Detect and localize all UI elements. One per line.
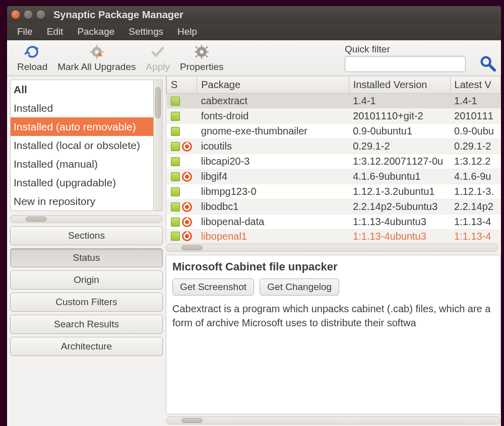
filter-row[interactable]: New in repository: [11, 192, 153, 210]
cell-installed: 1.4-1: [349, 94, 450, 109]
table-row[interactable]: icoutils0.29.1-20.29.1-2: [167, 139, 501, 154]
cell-installed: 2.2.14p2-5ubuntu3: [349, 199, 450, 215]
minimize-icon[interactable]: [24, 10, 33, 19]
filter-row[interactable]: Installed: [11, 99, 153, 117]
installed-checkbox[interactable]: [171, 187, 180, 196]
mark-all-upgrades-button[interactable]: Mark All Upgrades: [57, 43, 136, 73]
table-row[interactable]: libodbc12.2.14p2-5ubuntu32.2.14p2: [167, 199, 501, 215]
titlebar[interactable]: Synaptic Package Manager: [7, 6, 501, 23]
gear-upgrade-icon: [89, 43, 104, 60]
filter-row[interactable]: Installed (manual): [11, 155, 153, 173]
installed-checkbox[interactable]: [171, 112, 180, 121]
filter-row[interactable]: Installed (local or obsolete): [11, 136, 153, 155]
installed-checkbox[interactable]: [171, 127, 180, 136]
filter-row[interactable]: All: [11, 80, 153, 99]
cell-latest: 0.29.1-2: [450, 139, 500, 154]
maximize-icon[interactable]: [36, 10, 45, 19]
apply-label: Apply: [146, 61, 170, 73]
filter-row[interactable]: Installed (auto removable): [11, 117, 153, 136]
cell-package: gnome-exe-thumbnailer: [197, 124, 349, 139]
search-icon: [479, 54, 496, 72]
reload-button[interactable]: Reload: [17, 43, 47, 73]
cell-latest: 0.9-0ubu: [450, 124, 500, 139]
table-row[interactable]: libmpg123-01.12.1-3.2ubuntu11.12.1-3.: [167, 184, 501, 199]
quick-filter-label: Quick filter: [345, 44, 466, 55]
installed-checkbox[interactable]: [171, 202, 180, 211]
table-row[interactable]: gnome-exe-thumbnailer0.9-0ubuntu10.9-0ub…: [167, 124, 501, 139]
ubuntu-icon: [182, 217, 192, 227]
installed-checkbox[interactable]: [171, 142, 180, 151]
col-header-package[interactable]: Package: [197, 77, 349, 94]
col-header-s[interactable]: S: [167, 77, 197, 94]
cell-package: libopenal1: [197, 230, 349, 242]
col-header-installed[interactable]: Installed Version: [349, 77, 450, 94]
table-row[interactable]: libgif44.1.6-9ubuntu14.1.6-9u: [167, 169, 501, 184]
get-screenshot-button[interactable]: Get Screenshot: [172, 278, 254, 296]
search-results-button[interactable]: Search Results: [10, 315, 163, 334]
cell-package: libmpg123-0: [197, 184, 349, 199]
installed-checkbox[interactable]: [171, 218, 180, 227]
svg-rect-13: [206, 55, 208, 57]
svg-rect-2: [96, 45, 98, 47]
installed-checkbox[interactable]: [171, 97, 180, 106]
menu-file[interactable]: File: [10, 24, 40, 40]
close-icon[interactable]: [11, 10, 20, 19]
ubuntu-icon: [182, 202, 192, 212]
menu-help[interactable]: Help: [170, 24, 204, 40]
quick-filter-input[interactable]: [345, 56, 466, 72]
svg-rect-15: [206, 46, 208, 49]
installed-checkbox[interactable]: [171, 232, 180, 241]
custom-filters-button[interactable]: Custom Filters: [10, 293, 163, 312]
sidebar: AllInstalledInstalled (auto removable)In…: [7, 77, 166, 424]
sections-button[interactable]: Sections: [10, 226, 163, 245]
installed-checkbox[interactable]: [171, 172, 180, 181]
filter-list-scrollbar[interactable]: [154, 80, 163, 211]
reload-icon: [25, 43, 40, 60]
status-button[interactable]: Status: [10, 248, 163, 267]
architecture-button[interactable]: Architecture: [10, 337, 163, 356]
origin-button[interactable]: Origin: [10, 270, 163, 290]
col-header-latest[interactable]: Latest V: [450, 77, 500, 94]
cell-package: libopenal-data: [197, 215, 349, 230]
ubuntu-icon: [182, 141, 192, 152]
svg-rect-10: [195, 51, 198, 53]
table-row[interactable]: cabextract1.4-11.4-1: [167, 94, 501, 109]
filter-list-hscrollbar[interactable]: [10, 215, 163, 223]
package-table-hscrollbar[interactable]: [166, 244, 498, 252]
svg-rect-14: [196, 55, 198, 57]
menu-edit[interactable]: Edit: [40, 24, 71, 40]
cell-latest: 2010111: [450, 109, 500, 124]
svg-rect-9: [201, 56, 203, 59]
detail-title: Microsoft Cabinet file unpacker: [172, 260, 494, 273]
installed-checkbox[interactable]: [171, 157, 180, 166]
cell-installed: 0.29.1-2: [349, 139, 450, 154]
table-row[interactable]: libopenal11:1.13-4ubuntu31:1.13-4: [167, 230, 501, 242]
cell-latest: 1:3.12.2: [450, 154, 500, 169]
svg-rect-4: [90, 51, 92, 53]
ubuntu-icon: [182, 172, 192, 182]
svg-rect-8: [201, 45, 203, 47]
get-changelog-button[interactable]: Get Changelog: [260, 278, 339, 296]
search-button[interactable]: [479, 54, 496, 73]
menu-package[interactable]: Package: [70, 24, 121, 40]
menu-settings[interactable]: Settings: [121, 24, 170, 40]
package-table[interactable]: S Package Installed Version Latest V cab…: [166, 77, 501, 242]
detail-hscrollbar[interactable]: [166, 416, 501, 424]
reload-label: Reload: [17, 61, 47, 73]
svg-rect-11: [206, 51, 209, 53]
properties-button[interactable]: Properties: [180, 43, 224, 73]
cell-installed: 1:1.13-4ubuntu3: [349, 215, 450, 230]
table-row[interactable]: libcapi20-31:3.12.20071127-0u1:3.12.2: [167, 154, 501, 169]
svg-line-17: [489, 65, 494, 70]
svg-rect-5: [101, 51, 104, 53]
apply-icon: [150, 43, 165, 60]
cell-latest: 1:1.13-4: [450, 230, 500, 242]
filter-row[interactable]: Installed (upgradable): [11, 173, 153, 192]
filter-list[interactable]: AllInstalledInstalled (auto removable)In…: [10, 80, 154, 211]
table-row[interactable]: fonts-droid20101110+git-22010111: [167, 109, 501, 124]
svg-point-7: [200, 50, 204, 54]
table-row[interactable]: libopenal-data1:1.13-4ubuntu31:1.13-4: [167, 215, 501, 230]
cell-latest: 1.12.1-3.: [450, 184, 500, 199]
cell-package: libgif4: [197, 169, 349, 184]
gear-icon: [194, 43, 209, 60]
